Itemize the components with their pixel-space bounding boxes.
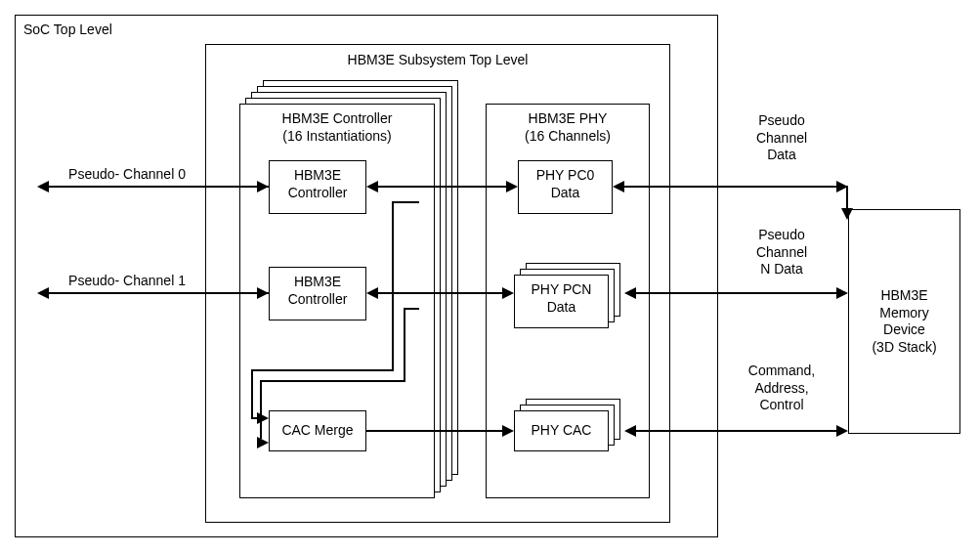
elbow1-h2 [260,380,405,382]
phy-title-l1: HBM3E PHY [486,110,650,128]
arrow-r-icon [506,181,518,192]
bus-phy-mem-pcn [636,292,836,294]
bus-cacmerge-phy [366,430,502,432]
arrow-r-icon [836,425,848,437]
controller-pc1-label: HBM3E Controller [269,274,366,308]
elbow1-v2 [260,380,262,439]
arrow-d-icon [841,208,853,220]
bus-phy-mem-cac [636,430,836,432]
arrow-r-icon [502,287,514,299]
bus-phy-mem-pc0 [624,186,836,188]
elbow1-h3 [257,442,261,444]
arrow-l-icon [613,181,624,192]
arrow-l-icon [366,181,378,192]
arrow-l-icon [37,287,49,299]
elbow0-h2 [251,369,394,371]
pseudo-channel-0-label: Pseudo- Channel 0 [54,166,200,184]
memory-device-label: HBM3E Memory Device (3D Stack) [848,287,960,356]
phy-cac-label: PHY CAC [514,422,609,440]
bus-pc-data-label: Pseudo Channel Data [733,112,831,164]
mem-drop-pc0 [846,186,848,210]
arrow-r-icon [257,181,269,192]
subsystem-title: HBM3E Subsystem Top Level [205,52,670,69]
bus-pc0-left [49,186,269,188]
controller-title-l1: HBM3E Controller [239,110,435,128]
arrow-r-icon [502,425,514,437]
bus-pcn-data-label: Pseudo Channel N Data [733,227,831,278]
elbow0-h1 [392,201,419,203]
arrow-r-icon [257,287,269,299]
phy-title-l2: (16 Channels) [486,128,650,146]
soc-title: SoC Top Level [23,21,219,39]
arrow-l-icon [624,425,636,437]
diagram-canvas: SoC Top Level HBM3E Subsystem Top Level … [0,0,980,555]
bus-cac-label: Command, Address, Control [733,363,831,414]
bus-ctrl1-phy [378,292,502,294]
phy-pc0-label: PHY PC0 Data [518,167,613,201]
controller-pc0-label: HBM3E Controller [269,167,366,201]
arrow-l-icon [624,287,636,299]
elbow0-v2 [251,369,253,418]
arrow-l-icon [37,181,49,192]
bus-pc1-left [49,292,269,294]
elbow0-v [392,201,394,371]
pseudo-channel-1-label: Pseudo- Channel 1 [54,273,200,290]
controller-title-l2: (16 Instantiations) [239,128,435,146]
elbow1-h1 [404,308,419,310]
cac-merge-label: CAC Merge [269,422,366,440]
phy-pcn-label: PHY PCN Data [514,281,609,316]
arrow-r-icon [836,287,848,299]
bus-ctrl0-phy [378,186,506,188]
arrow-l-icon [366,287,378,299]
arrow-r-icon [257,412,269,424]
elbow1-v [404,308,405,382]
